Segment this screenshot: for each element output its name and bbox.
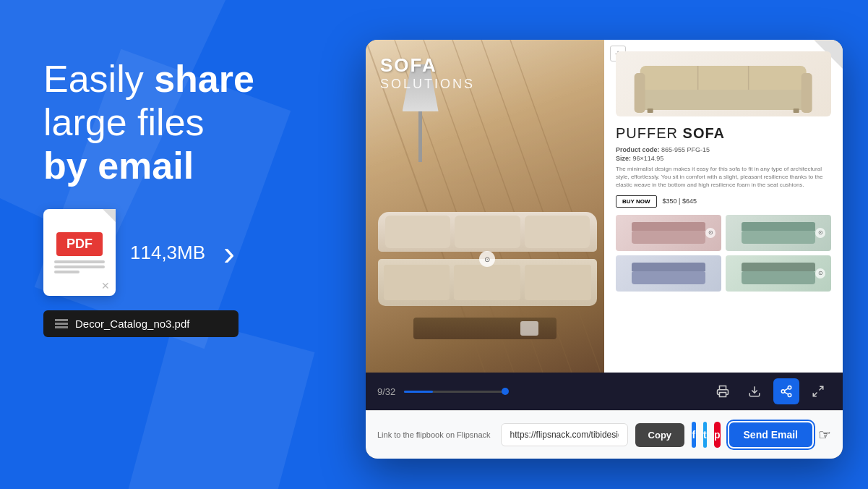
sofa-play-btn[interactable]: ⊙: [479, 251, 495, 267]
svg-point-18: [788, 394, 791, 397]
lamp-pole: [418, 90, 422, 162]
svg-line-22: [813, 393, 817, 396]
seat-cushion: [525, 265, 591, 300]
flipbook-pages: ⊙ SOFA SOLUTIONS +: [366, 40, 843, 373]
product-code: Product code: 865-955 PFG-15: [616, 146, 831, 153]
toolbar-left: 9/32: [377, 386, 505, 397]
svg-rect-10: [648, 109, 653, 113]
flipbook-viewer: ⊙ SOFA SOLUTIONS +: [366, 40, 843, 459]
bg-shape-3: [119, 315, 315, 489]
sofa-back-cushions: [385, 216, 590, 248]
sofa-back: [378, 212, 598, 252]
pdf-badge: PDF: [56, 232, 103, 256]
share-label-col: Link to the flipbook on Flipsnack: [377, 430, 494, 439]
print-button[interactable]: [710, 378, 736, 404]
svg-line-19: [784, 392, 788, 394]
product-actions: BUY NOW $350 | $645: [616, 195, 831, 208]
progress-bar: [404, 391, 505, 393]
product-thumb-4[interactable]: ⊙: [726, 255, 831, 292]
seat-cushion: [384, 265, 450, 300]
share-button[interactable]: [773, 378, 799, 404]
hero-sofa-svg: [632, 55, 815, 113]
product-hero-image: [616, 51, 831, 116]
buy-now-button[interactable]: BUY NOW: [616, 195, 657, 208]
product-description: The minimalist design makes it easy for …: [616, 165, 831, 190]
copy-button[interactable]: Copy: [635, 423, 685, 447]
download-button[interactable]: [742, 378, 768, 404]
left-panel: Easily share large files by email PDF ✕ …: [43, 58, 325, 337]
sofa-text-overlay: SOFA SOLUTIONS: [380, 54, 475, 92]
coffee-table: [413, 318, 557, 339]
arrow-right-icon: ›: [223, 233, 235, 273]
page-left: ⊙ SOFA SOLUTIONS: [366, 40, 604, 373]
product-thumb-2[interactable]: ⊙: [726, 215, 831, 251]
pdf-line: [54, 271, 80, 273]
pdf-lines: [54, 260, 105, 273]
svg-point-16: [788, 386, 791, 390]
fullscreen-button[interactable]: [805, 378, 831, 404]
svg-point-17: [781, 390, 785, 394]
thumb-sofa-back: [742, 222, 815, 231]
svg-rect-9: [637, 90, 810, 110]
cushion: [455, 216, 520, 248]
pdf-delete-icon: ✕: [101, 280, 110, 292]
svg-rect-13: [802, 73, 812, 113]
thumb-sofa-body: [742, 231, 815, 244]
thumb-sofa-3: [632, 263, 705, 284]
thumb-sofa-4: [742, 263, 815, 284]
twitter-button[interactable]: t: [703, 422, 707, 448]
thumb-circle-btn-2[interactable]: ⊙: [815, 228, 825, 238]
thumb-sofa-back: [632, 263, 705, 271]
cushion: [385, 216, 451, 248]
svg-rect-12: [635, 73, 645, 113]
seat-cushions: [384, 265, 592, 300]
sofa-title-1: SOFA: [380, 54, 475, 77]
toolbar-right: [710, 378, 831, 404]
thumb-sofa-1: [632, 222, 705, 244]
svg-rect-11: [794, 109, 799, 113]
filename-label: Decor_Catalog_no3.pdf: [75, 318, 189, 330]
product-size: Size: 96×114.95: [616, 155, 831, 162]
page-right: +: [604, 40, 843, 373]
seat-cushion: [454, 265, 520, 300]
progress-bar-fill: [404, 391, 432, 393]
pinterest-button[interactable]: p: [714, 422, 721, 448]
product-grid: ⊙ ⊙: [616, 215, 831, 292]
product-thumb-1[interactable]: ⊙: [616, 215, 721, 251]
price-info: $350 | $645: [663, 197, 697, 205]
filename-bar: Decor_Catalog_no3.pdf: [43, 310, 239, 337]
progress-dot: [502, 388, 509, 395]
svg-line-20: [784, 388, 788, 391]
cushion: [525, 216, 590, 248]
flipbook-toolbar: 9/32: [366, 373, 843, 410]
sofa-title-2: SOLUTIONS: [380, 77, 475, 92]
thumb-sofa-body: [632, 231, 705, 244]
pdf-line: [54, 260, 105, 263]
product-thumb-3[interactable]: [616, 255, 721, 292]
thumb-sofa-back: [632, 222, 705, 231]
svg-rect-14: [720, 393, 726, 397]
coffee-cup: [520, 321, 538, 336]
headline: Easily share large files by email: [43, 58, 325, 187]
svg-line-21: [820, 386, 823, 390]
thumb-circle-btn-4[interactable]: ⊙: [815, 268, 825, 278]
pdf-area: PDF ✕ 114,3MB ›: [43, 209, 325, 296]
share-bar: Link to the flipbook on Flipsnack Copy f…: [366, 410, 843, 459]
cursor-icon: ☞: [818, 426, 831, 443]
pdf-line: [54, 265, 105, 268]
page-indicator: 9/32: [377, 386, 395, 397]
pdf-size: 114,3MB: [130, 242, 205, 264]
share-url-input[interactable]: [501, 423, 628, 446]
share-label: Link to the flipbook on Flipsnack: [377, 430, 491, 439]
sofa-couch: ⊙: [378, 212, 598, 306]
product-title: PUFFER SOFA: [616, 125, 831, 142]
pdf-icon: PDF ✕: [43, 209, 116, 296]
svg-rect-6: [640, 66, 807, 91]
send-email-button[interactable]: Send Email: [728, 421, 814, 448]
menu-icon: [55, 323, 68, 325]
thumb-sofa-back: [742, 263, 815, 271]
thumb-sofa-body: [742, 271, 815, 284]
thumb-circle-btn-1[interactable]: ⊙: [705, 228, 716, 238]
facebook-button[interactable]: f: [692, 422, 695, 448]
thumb-sofa-body: [632, 271, 705, 284]
